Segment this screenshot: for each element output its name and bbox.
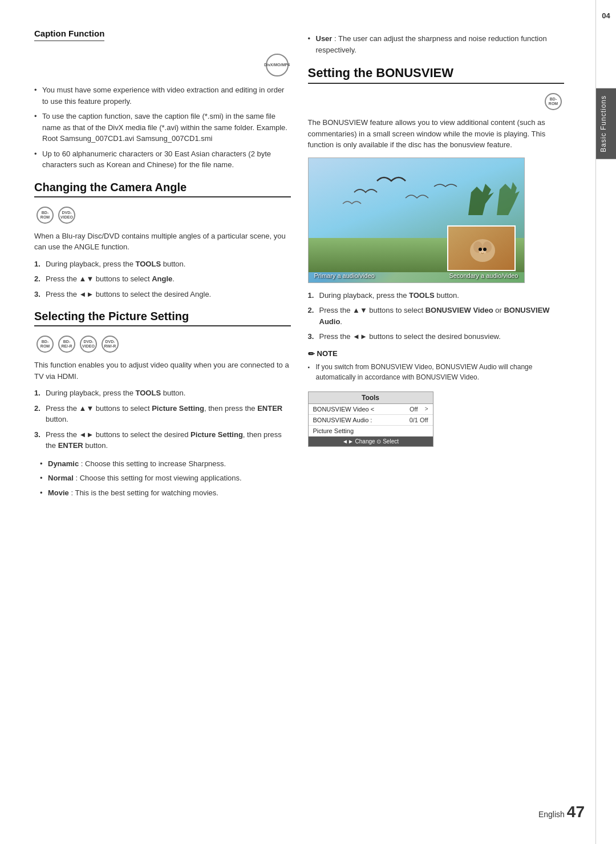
note-bullets: If you switch from BONUSVIEW Video, BONU… — [308, 362, 565, 382]
note-pencil-icon: ✏ — [308, 349, 315, 358]
user-note-section: User : The user can adjust the sharpness… — [308, 33, 565, 55]
tools-label-3: Picture Setting — [313, 427, 428, 434]
step-num-1: 1. — [34, 259, 40, 270]
ps-tools-bold: TOOLS — [136, 389, 161, 397]
tools-label-2: BONUSVIEW Audio : — [313, 417, 410, 423]
tools-row-2: BONUSVIEW Audio : 0/1 Off — [309, 415, 433, 426]
bv-step-1: 1. During playback, press the TOOLS butt… — [308, 290, 565, 301]
camera-angle-title: Changing the Camera Angle — [34, 181, 291, 197]
tools-arrow-1: > — [425, 406, 428, 412]
language-label: English — [538, 810, 565, 819]
pip-box — [447, 225, 516, 271]
primary-label: Primary a audio/video — [314, 272, 375, 279]
angle-bold: Angle — [152, 274, 172, 283]
tools-table-footer: ◄► Change ⊙ Select — [309, 437, 433, 446]
ps-picture-bold-2: Picture Setting — [191, 430, 243, 439]
ps-sub-bullet-movie: Movie : This is the best setting for wat… — [40, 487, 291, 499]
svg-point-7 — [479, 248, 482, 251]
user-note-list: User : The user can adjust the sharpness… — [308, 33, 565, 55]
ps-picture-bold: Picture Setting — [152, 404, 204, 413]
picture-setting-badges: BD-ROM BD-RE/-R DVD-VIDEO DVD-RW/-R — [34, 332, 291, 356]
secondary-label: Secondary a audio/video — [449, 272, 518, 279]
tools-row-1: BONUSVIEW Video < Off > — [309, 404, 433, 415]
ps-step-3: 3. Press the ◄► buttons to select the de… — [34, 429, 291, 451]
caption-bullet-1: You must have some experience with video… — [34, 84, 291, 107]
camera-step-3: 3. Press the ◄► buttons to select the de… — [34, 289, 291, 300]
camera-angle-section: Changing the Camera Angle BD-ROM DVD-VID… — [34, 181, 291, 300]
svg-point-8 — [483, 248, 487, 251]
dvd-video-badge-2: DVD-VIDEO — [80, 336, 97, 353]
camera-angle-intro: When a Blu-ray Disc/DVD contains multipl… — [34, 231, 291, 253]
pip-svg — [448, 227, 516, 271]
step-num-3: 3. — [34, 289, 40, 300]
left-column: Caption Function DivX/MO/MP4 You must ha… — [34, 29, 291, 815]
picture-setting-steps: 1. During playback, press the TOOLS butt… — [34, 387, 291, 451]
bonusview-intro: The BONUSVIEW feature allows you to view… — [308, 117, 565, 151]
chapter-label: Basic Functions — [596, 88, 617, 159]
dvdrw-badge: DVD-RW/-R — [102, 336, 119, 353]
main-content: Caption Function DivX/MO/MP4 You must ha… — [0, 0, 595, 844]
camera-angle-badges: BD-ROM DVD-VIDEO — [34, 203, 291, 227]
tools-table: Tools BONUSVIEW Video < Off > BONUSVIEW … — [308, 391, 433, 447]
step-num-2: 2. — [34, 273, 40, 285]
ps-step-num-1: 1. — [34, 387, 40, 399]
bv-video-bold: BONUSVIEW Video — [425, 306, 493, 314]
bv-step-num-2: 2. — [308, 305, 314, 316]
caption-function-bullets: You must have some experience with video… — [34, 84, 291, 171]
ps-sub-bullet-normal: Normal : Choose this setting for most vi… — [40, 473, 291, 484]
user-note-item: User : The user can adjust the sharpness… — [308, 33, 565, 55]
bonusview-image: Primary a audio/video Secondary a audio/… — [308, 158, 525, 283]
ps-step-2: 2. Press the ▲▼ buttons to select Pictur… — [34, 403, 291, 425]
tools-row-3: Picture Setting — [309, 426, 433, 437]
bdrom-badge-2: BD-ROM — [37, 336, 54, 353]
bv-tools-bold: TOOLS — [409, 291, 435, 300]
tools-bold-1: TOOLS — [136, 260, 161, 268]
caption-function-title: Caption Function — [34, 29, 104, 41]
tools-table-header: Tools — [309, 392, 433, 404]
camera-angle-steps: 1. During playback, press the TOOLS butt… — [34, 259, 291, 300]
ps-enter-bold-2: ENTER — [58, 441, 83, 450]
bonusview-badge-row: BD-ROM — [308, 90, 565, 114]
picture-setting-section: Selecting the Picture Setting BD-ROM BD-… — [34, 310, 291, 498]
chapter-number: 04 — [602, 11, 610, 20]
bv-step-num-1: 1. — [308, 290, 314, 301]
caption-function-section: Caption Function DivX/MO/MP4 You must ha… — [34, 29, 291, 171]
page-footer: English 47 — [538, 803, 585, 821]
bdrom-badge-1: BD-ROM — [37, 207, 54, 224]
bdre-badge: BD-RE/-R — [58, 336, 75, 353]
right-column: User : The user can adjust the sharpness… — [308, 29, 565, 815]
ps-step-1: 1. During playback, press the TOOLS butt… — [34, 387, 291, 399]
ps-enter-bold-1: ENTER — [257, 404, 282, 413]
bv-step-3: 3. Press the ◄► buttons to select the de… — [308, 331, 565, 342]
page-number: 47 — [567, 803, 585, 821]
bv-step-num-3: 3. — [308, 331, 314, 342]
caption-bullet-2: To use the caption function, save the ca… — [34, 111, 291, 144]
caption-bullet-3: Up to 60 alphanumeric characters or 30 E… — [34, 148, 291, 171]
ps-sub-bullet-dynamic: Dynamic : Choose this setting to increas… — [40, 458, 291, 470]
side-tab: 04 Basic Functions — [595, 0, 616, 844]
bv-step-2: 2. Press the ▲▼ buttons to select BONUSV… — [308, 305, 565, 327]
ps-step-num-3: 3. — [34, 429, 40, 441]
ps-step-num-2: 2. — [34, 403, 40, 414]
note-section: ✏ NOTE If you switch from BONUSVIEW Vide… — [308, 349, 565, 382]
page-container: 04 Basic Functions Caption Function DivX… — [0, 0, 616, 844]
note-title: ✏ NOTE — [308, 349, 565, 358]
camera-step-1: 1. During playback, press the TOOLS butt… — [34, 259, 291, 270]
note-bullet-1: If you switch from BONUSVIEW Video, BONU… — [308, 362, 565, 382]
bonusview-steps: 1. During playback, press the TOOLS butt… — [308, 290, 565, 342]
tools-label-1: BONUSVIEW Video < — [313, 406, 410, 413]
picture-setting-title: Selecting the Picture Setting — [34, 310, 291, 326]
dvd-video-badge-1: DVD-VIDEO — [58, 207, 75, 224]
bdrom-badge-3: BD-ROM — [545, 93, 562, 110]
tools-value-2: 0/1 Off — [410, 417, 428, 423]
camera-step-2: 2. Press the ▲▼ buttons to select Angle. — [34, 273, 291, 285]
caption-badge-row: DivX/MO/MP4 — [34, 50, 291, 80]
tools-value-1: Off > — [410, 406, 428, 413]
divx-badge: DivX/MO/MP4 — [266, 54, 289, 76]
picture-setting-sub-bullets: Dynamic : Choose this setting to increas… — [40, 458, 291, 499]
picture-setting-intro: This function enables you to adjust vide… — [34, 360, 291, 382]
bonusview-title: Setting the BONUSVIEW — [308, 66, 565, 84]
bonusview-section: Setting the BONUSVIEW BD-ROM The BONUSVI… — [308, 66, 565, 447]
